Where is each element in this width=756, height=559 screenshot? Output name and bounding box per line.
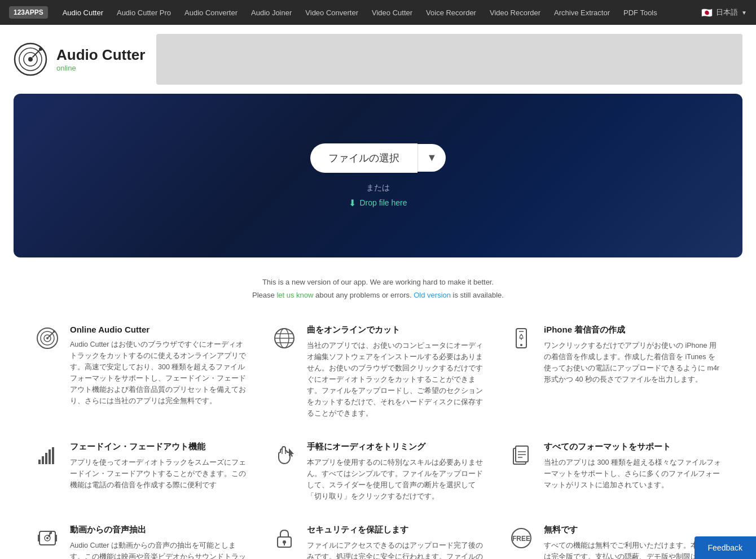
svg-rect-38 xyxy=(55,535,57,541)
nav-item-voice-recorder[interactable]: Voice Recorder xyxy=(420,8,482,17)
svg-rect-37 xyxy=(38,535,39,541)
tag-icon: FREE xyxy=(508,525,535,552)
chevron-down-icon: ▼ xyxy=(741,10,747,16)
svg-rect-24 xyxy=(45,453,47,464)
app-logo xyxy=(14,42,47,76)
upload-section: ファイルの選択 ▼ または ⬇ Drop file here xyxy=(14,94,742,257)
bars-icon xyxy=(34,442,61,469)
feature-desc: Audio Cutter は動画からの音声の抽出を可能とします。この機能は映画や… xyxy=(70,540,248,559)
feature-formats: すべてのフォーマットをサポート 当社のアプリは 300 種類を超える様々なファイ… xyxy=(508,442,722,502)
feature-title: フェードイン・フェードアウト機能 xyxy=(70,442,248,452)
svg-rect-22 xyxy=(38,460,41,464)
svg-point-36 xyxy=(46,537,49,539)
flag-icon: 🇯🇵 xyxy=(701,7,713,18)
nav-item-archive-extractor[interactable]: Archive Extractor xyxy=(548,8,616,17)
svg-rect-25 xyxy=(49,449,51,464)
info-line1: This is a new version of our app. We are… xyxy=(0,276,756,289)
upload-dropdown-button[interactable]: ▼ xyxy=(417,144,446,172)
feature-title: すべてのフォーマットをサポート xyxy=(544,442,722,452)
audio-cutter-icon xyxy=(34,325,61,352)
feature-title: 曲をオンラインでカット xyxy=(307,325,485,335)
feature-title: Online Audio Cutter xyxy=(70,325,248,334)
svg-point-18 xyxy=(520,344,522,346)
feature-title: 動画からの音声抽出 xyxy=(70,525,248,535)
svg-text:FREE: FREE xyxy=(512,535,530,543)
ad-banner xyxy=(156,34,742,85)
feature-desc: 当社のアプリは 300 種類を超える様々なファイルフォーマットをサポートし、さら… xyxy=(544,457,722,491)
feature-online-cut: 曲をオンラインでカット 当社のアプリでは、お使いのコンピュータにオーディオ編集ソ… xyxy=(271,325,485,419)
status-badge: online xyxy=(56,64,145,72)
download-icon: ⬇ xyxy=(349,198,356,208)
svg-rect-26 xyxy=(52,447,54,464)
feature-desc: 当社のアプリでは、お使いのコンピュータにオーディオ編集ソフトウェアをインストール… xyxy=(307,340,485,419)
feedback-button[interactable]: Feedback xyxy=(695,536,756,559)
nav-item-audio-joiner[interactable]: Audio Joiner xyxy=(245,8,297,17)
feature-desc: アプリを使ってオーディオトラックをスムーズにフェードイン・フェードアウトすること… xyxy=(70,457,248,491)
svg-point-21 xyxy=(521,339,522,340)
nav-item-video-recorder[interactable]: Video Recorder xyxy=(484,8,546,17)
svg-rect-23 xyxy=(42,456,44,464)
page-title: Audio Cutter xyxy=(56,46,145,64)
features-section: Online Audio Cutter Audio Cutter はお使いのブラ… xyxy=(0,313,756,559)
let-us-know-link[interactable]: let us know xyxy=(276,291,313,299)
page-header: Audio Cutter online xyxy=(0,25,756,94)
feature-title: 手軽にオーディオをトリミング xyxy=(307,442,485,452)
feature-title: 無料です xyxy=(544,525,722,535)
old-version-link[interactable]: Old version xyxy=(414,291,451,299)
feature-desc: ワンクリックするだけでアプリがお使いの iPhone 用の着信音を作成します。作… xyxy=(544,340,722,385)
svg-point-11 xyxy=(53,330,55,333)
feature-iphone-ringtone: iPhone 着信音の作成 ワンクリックするだけでアプリがお使いの iPhone… xyxy=(508,325,722,419)
hand-icon xyxy=(271,442,298,469)
feature-security: セキュリティを保証します ファイルにアクセスできるのはアップロード完了後のみです… xyxy=(271,525,485,559)
logo-button[interactable]: 123APPS xyxy=(9,6,48,19)
nav-item-audio-cutter[interactable]: Audio Cutter xyxy=(57,8,109,17)
feature-trim: 手軽にオーディオをトリミング 本アプリを使用するのに特別なスキルは必要ありません… xyxy=(271,442,485,502)
feature-desc: ファイルにアクセスできるのはアップロード完了後のみです。処理は完全に安全に行われ… xyxy=(307,540,485,559)
svg-point-3 xyxy=(28,57,33,62)
phone-icon xyxy=(508,325,535,352)
nav-item-pdf-tools[interactable]: PDF Tools xyxy=(618,8,663,17)
feature-fade: フェードイン・フェードアウト機能 アプリを使ってオーディオトラックをスムーズにフ… xyxy=(34,442,248,502)
lock-icon xyxy=(271,525,298,552)
nav-item-video-cutter[interactable]: Video Cutter xyxy=(366,8,418,17)
drop-file-label: Drop file here xyxy=(359,198,407,207)
language-label: 日本語 xyxy=(716,7,738,18)
music-icon xyxy=(34,525,61,552)
navbar: 123APPS Audio Cutter Audio Cutter Pro Au… xyxy=(0,0,756,25)
drop-file-area[interactable]: ⬇ Drop file here xyxy=(349,198,407,208)
language-selector[interactable]: 🇯🇵 日本語 ▼ xyxy=(701,7,747,18)
info-bar: This is a new version of our app. We are… xyxy=(0,269,756,313)
feature-online-cutter: Online Audio Cutter Audio Cutter はお使いのブラ… xyxy=(34,325,248,419)
nav-item-audio-converter[interactable]: Audio Converter xyxy=(179,8,243,17)
svg-point-40 xyxy=(48,535,50,537)
feature-desc: 本アプリを使用するのに特別なスキルは必要ありません。すべてはシンプルです。ファイ… xyxy=(307,457,485,502)
or-label: または xyxy=(366,183,390,193)
svg-point-5 xyxy=(39,47,42,51)
feature-free: FREE 無料です すべての機能は無料でご利用いただけます。本アプリは完全版です… xyxy=(508,525,722,559)
nav-item-video-converter[interactable]: Video Converter xyxy=(300,8,364,17)
info-line2: Please let us know about any problems or… xyxy=(0,289,756,302)
svg-point-42 xyxy=(283,540,286,544)
select-file-button[interactable]: ファイルの選択 xyxy=(310,143,417,173)
nav-item-audio-cutter-pro[interactable]: Audio Cutter Pro xyxy=(111,8,177,17)
feature-title: iPhone 着信音の作成 xyxy=(544,325,722,335)
feature-video-extract: 動画からの音声抽出 Audio Cutter は動画からの音声の抽出を可能としま… xyxy=(34,525,248,559)
svg-rect-30 xyxy=(516,446,528,462)
globe-icon xyxy=(271,325,298,352)
feature-desc: Audio Cutter はお使いのブラウザですぐにオーディオトラックをカットす… xyxy=(70,339,248,407)
files-icon xyxy=(508,442,535,469)
feature-title: セキュリティを保証します xyxy=(307,525,485,535)
